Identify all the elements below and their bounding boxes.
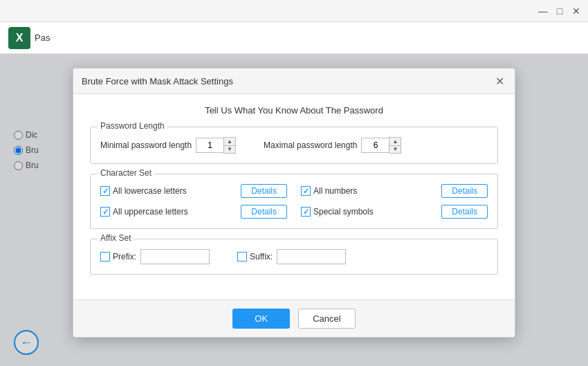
charset-uppercase-details-button[interactable]: Details: [241, 205, 287, 219]
character-set-legend: Character Set: [98, 168, 154, 178]
modal-titlebar: Brute Force with Mask Attack Settings ✕: [73, 68, 515, 94]
min-length-spinner: ▲ ▼: [196, 137, 236, 154]
affix-set-legend: Affix Set: [98, 233, 134, 243]
charset-special-label[interactable]: Special symbols: [301, 207, 436, 217]
min-length-label: Minimal password length: [100, 140, 192, 150]
min-length-input[interactable]: [196, 138, 223, 153]
charset-uppercase-checkbox[interactable]: [100, 207, 110, 217]
max-length-spinner: ▲ ▼: [361, 137, 401, 154]
password-length-section: Password Length Minimal password length …: [90, 127, 498, 164]
charset-numbers-item: All numbers Details: [301, 184, 488, 198]
password-length-row: Minimal password length ▲ ▼ Maximal pass…: [100, 134, 488, 154]
modal-overlay: Brute Force with Mask Attack Settings ✕ …: [0, 54, 588, 366]
title-bar: — □ ✕: [0, 0, 588, 22]
prefix-item: Prefix:: [100, 249, 210, 264]
charset-uppercase-item: All uppercase letters Details: [100, 205, 287, 219]
charset-lowercase-item: All lowercase letters Details: [100, 184, 287, 198]
min-length-item: Minimal password length ▲ ▼: [100, 137, 236, 154]
prefix-label[interactable]: Prefix:: [100, 252, 136, 262]
suffix-input[interactable]: [277, 249, 346, 264]
max-length-input[interactable]: [361, 138, 389, 153]
charset-special-checkbox[interactable]: [301, 207, 311, 217]
charset-numbers-label[interactable]: All numbers: [301, 186, 436, 196]
charset-special-item: Special symbols Details: [301, 205, 488, 219]
character-set-section: Character Set All lowercase letters Deta…: [90, 174, 498, 229]
suffix-item: Suffix:: [237, 249, 346, 264]
character-set-grid: All lowercase letters Details All number…: [100, 181, 488, 219]
suffix-label-text: Suffix:: [250, 252, 273, 262]
modal-footer: OK Cancel: [73, 300, 515, 337]
app-header: X Pas: [0, 22, 588, 54]
charset-uppercase-label[interactable]: All uppercase letters: [100, 207, 235, 217]
app-title: Pas: [35, 33, 50, 43]
charset-lowercase-text: All lowercase letters: [113, 186, 187, 196]
min-length-buttons: ▲ ▼: [223, 137, 236, 154]
min-length-down-button[interactable]: ▼: [224, 145, 235, 153]
affix-set-section: Affix Set Prefix: Suffix:: [90, 239, 498, 275]
prefix-label-text: Prefix:: [113, 252, 136, 262]
modal-title: Brute Force with Mask Attack Settings: [82, 76, 233, 86]
minimize-button[interactable]: —: [537, 5, 549, 17]
app-logo: X: [8, 27, 30, 49]
password-length-legend: Password Length: [98, 121, 167, 131]
charset-lowercase-checkbox[interactable]: [100, 186, 110, 196]
suffix-checkbox[interactable]: [237, 252, 247, 262]
charset-numbers-text: All numbers: [313, 186, 357, 196]
charset-lowercase-details-button[interactable]: Details: [241, 184, 287, 198]
modal-dialog: Brute Force with Mask Attack Settings ✕ …: [73, 68, 515, 338]
charset-numbers-details-button[interactable]: Details: [441, 184, 488, 198]
modal-body: Tell Us What You Know About The Password…: [73, 94, 515, 300]
max-length-buttons: ▲ ▼: [389, 137, 401, 154]
ok-button[interactable]: OK: [232, 309, 290, 329]
prefix-checkbox[interactable]: [100, 252, 110, 262]
window-controls: — □ ✕: [537, 5, 582, 17]
maximize-button[interactable]: □: [553, 5, 566, 17]
max-length-down-button[interactable]: ▼: [389, 145, 401, 153]
charset-numbers-checkbox[interactable]: [301, 186, 311, 196]
charset-uppercase-text: All uppercase letters: [113, 207, 188, 217]
cancel-button[interactable]: Cancel: [298, 309, 355, 329]
charset-lowercase-label[interactable]: All lowercase letters: [100, 186, 235, 196]
modal-subtitle: Tell Us What You Know About The Password: [90, 105, 498, 116]
min-length-up-button[interactable]: ▲: [224, 138, 235, 145]
prefix-input[interactable]: [140, 249, 210, 264]
charset-special-text: Special symbols: [313, 207, 374, 217]
suffix-label[interactable]: Suffix:: [237, 252, 273, 262]
max-length-item: Maximal password length ▲ ▼: [264, 137, 401, 154]
modal-close-button[interactable]: ✕: [493, 74, 506, 88]
max-length-label: Maximal password length: [264, 140, 357, 150]
max-length-up-button[interactable]: ▲: [389, 138, 401, 145]
affix-row: Prefix: Suffix:: [100, 246, 488, 264]
charset-special-details-button[interactable]: Details: [441, 205, 488, 219]
close-window-button[interactable]: ✕: [570, 5, 582, 17]
